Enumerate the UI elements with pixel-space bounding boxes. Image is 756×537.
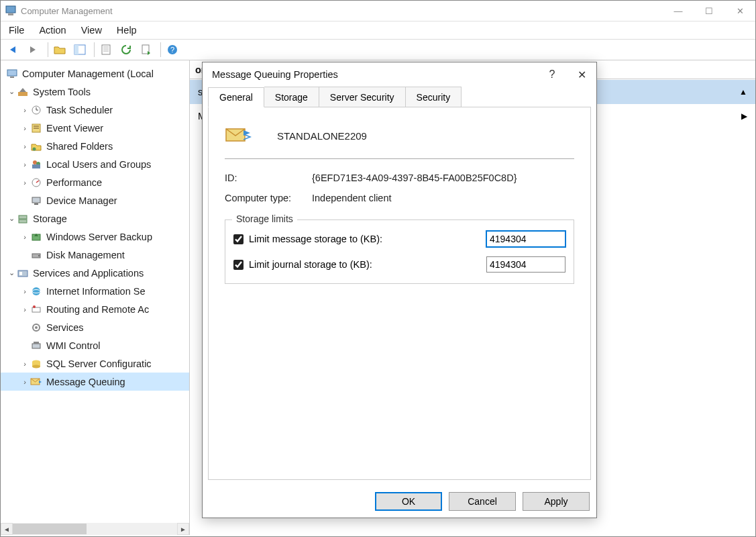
msmq-icon — [30, 376, 42, 388]
ok-button[interactable]: OK — [375, 492, 442, 511]
tab-server-security[interactable]: Server Security — [319, 87, 406, 107]
menu-action[interactable]: Action — [39, 25, 66, 36]
show-hide-tree-icon[interactable] — [71, 42, 89, 58]
svg-rect-28 — [19, 215, 27, 219]
tree-hscroll[interactable]: ◄ ► — [1, 523, 189, 535]
tree-label: Computer Management (Local — [22, 68, 154, 79]
forward-button[interactable] — [25, 42, 42, 58]
chevron-right-icon[interactable]: › — [19, 360, 30, 368]
close-button[interactable]: ✕ — [724, 1, 755, 21]
limit-journal-input[interactable] — [486, 256, 565, 273]
tree-label: Disk Management — [46, 250, 125, 260]
tree-device-manager[interactable]: › Device Manager — [1, 191, 189, 209]
tree-iis[interactable]: › Internet Information Se — [1, 282, 189, 300]
close-button[interactable]: ✕ — [567, 62, 596, 87]
tab-storage[interactable]: Storage — [264, 87, 319, 107]
tree-rras[interactable]: › Routing and Remote Ac — [1, 300, 189, 318]
scroll-right-icon[interactable]: ► — [177, 523, 189, 535]
scroll-thumb[interactable] — [13, 524, 87, 534]
svg-point-20 — [33, 147, 36, 150]
limit-journal-checkbox[interactable] — [233, 260, 244, 270]
svg-text:?: ? — [170, 46, 174, 54]
chevron-right-icon[interactable]: › — [19, 160, 30, 168]
properties-icon[interactable] — [97, 42, 115, 58]
svg-rect-3 — [74, 45, 78, 54]
folder-open-icon[interactable] — [51, 42, 68, 58]
tree-serv-apps[interactable]: ⌄ Services and Applications — [1, 264, 189, 282]
chevron-right-icon[interactable]: › — [19, 305, 30, 313]
help-button[interactable]: ? — [537, 62, 567, 87]
type-label: Computer type: — [225, 193, 312, 203]
chevron-down-icon[interactable]: ⌄ — [6, 268, 17, 277]
menu-help[interactable]: Help — [117, 25, 137, 36]
performance-icon — [30, 177, 42, 189]
svg-rect-34 — [19, 272, 22, 275]
minimize-button[interactable]: — — [663, 1, 694, 21]
tree-storage[interactable]: ⌄ Storage — [1, 209, 189, 228]
export-list-icon[interactable] — [138, 42, 155, 58]
tree-disk-mgmt[interactable]: › Disk Management — [1, 246, 189, 264]
svg-point-32 — [38, 255, 40, 256]
backup-icon — [30, 231, 42, 243]
tree-label: Routing and Remote Ac — [46, 304, 149, 315]
dialog-tabs: General Storage Server Security Security — [208, 87, 591, 107]
chevron-right-icon[interactable]: › — [19, 124, 30, 132]
sql-icon — [30, 358, 42, 370]
toolbar: ? — [1, 40, 755, 60]
tree-local-users[interactable]: › Local Users and Groups — [1, 155, 189, 173]
iis-icon — [30, 285, 42, 297]
tab-general[interactable]: General — [208, 87, 264, 107]
limit-message-checkbox[interactable] — [233, 234, 244, 244]
tab-security[interactable]: Security — [406, 87, 462, 107]
chevron-right-icon[interactable]: › — [19, 142, 30, 150]
chevron-down-icon[interactable]: ⌄ — [6, 87, 17, 96]
refresh-icon[interactable] — [117, 42, 135, 58]
chevron-down-icon[interactable]: ⌄ — [6, 214, 17, 223]
scroll-track[interactable] — [13, 523, 177, 535]
submenu-arrow-icon: ▶ — [741, 111, 747, 121]
help-icon[interactable]: ? — [164, 42, 181, 58]
storage-limits-group: Storage limits Limit message storage to … — [225, 219, 574, 284]
tree-ws-backup[interactable]: › Windows Server Backup — [1, 228, 189, 246]
chevron-right-icon[interactable]: › — [19, 179, 30, 187]
svg-rect-23 — [32, 164, 40, 168]
dialog-title: Message Queuing Properties — [212, 69, 537, 80]
tree-pane[interactable]: Computer Management (Local ⌄ System Tool… — [1, 60, 190, 535]
tree-services[interactable]: › Services — [1, 318, 189, 336]
svg-point-40 — [35, 326, 38, 329]
svg-point-45 — [32, 364, 40, 368]
tree-sql[interactable]: › SQL Server Configuratic — [1, 354, 189, 373]
tree-task-scheduler[interactable]: › Task Scheduler — [1, 101, 189, 119]
toolbar-separator — [160, 42, 161, 57]
limit-message-input[interactable] — [486, 231, 565, 247]
svg-rect-1 — [8, 13, 13, 15]
svg-rect-26 — [32, 197, 40, 203]
cancel-button[interactable]: Cancel — [449, 492, 516, 511]
limit-message-row: Limit message storage to (KB): — [233, 231, 565, 247]
tree-performance[interactable]: › Performance — [1, 173, 189, 191]
scroll-left-icon[interactable]: ◄ — [1, 523, 13, 535]
apply-button[interactable]: Apply — [523, 492, 590, 511]
chevron-right-icon[interactable]: › — [19, 287, 30, 295]
wmi-icon — [30, 340, 42, 352]
tree-shared-folders[interactable]: › Shared Folders — [1, 137, 189, 155]
back-button[interactable] — [5, 42, 22, 58]
menu-file[interactable]: File — [9, 25, 24, 36]
tree-label: Performance — [46, 177, 102, 188]
svg-point-35 — [32, 287, 40, 295]
shared-folders-icon — [30, 140, 42, 152]
tree-label: Windows Server Backup — [46, 232, 152, 242]
tree-event-viewer[interactable]: › Event Viewer — [1, 119, 189, 137]
tree-system-tools[interactable]: ⌄ System Tools — [1, 83, 189, 101]
clock-icon — [30, 104, 42, 116]
tree-msmq[interactable]: › Message Queuing — [1, 373, 189, 391]
chevron-right-icon[interactable]: › — [19, 378, 30, 386]
tree-wmi[interactable]: › WMI Control — [1, 336, 189, 354]
chevron-right-icon[interactable]: › — [19, 106, 30, 114]
svg-rect-0 — [6, 6, 15, 13]
svg-rect-11 — [7, 70, 17, 76]
chevron-right-icon[interactable]: › — [19, 233, 30, 241]
tree-root[interactable]: Computer Management (Local — [1, 64, 189, 83]
maximize-button[interactable]: ☐ — [694, 1, 724, 21]
menu-view[interactable]: View — [81, 25, 102, 36]
